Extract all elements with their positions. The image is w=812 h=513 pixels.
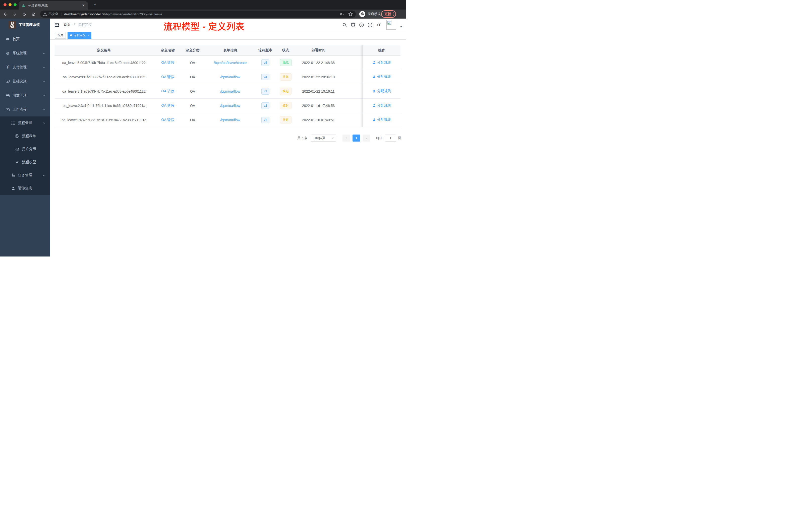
home-icon[interactable] <box>32 12 36 16</box>
annotation-title: 流程模型 - 定义列表 <box>164 21 244 32</box>
tag-process-definition[interactable]: 流程定义 × <box>67 32 91 39</box>
tab-close-icon[interactable]: ✕ <box>82 3 85 7</box>
assign-rule-button[interactable]: 分配规则 <box>372 89 391 93</box>
user-icon <box>372 75 376 79</box>
goto-page-input[interactable] <box>385 134 396 142</box>
sidebar-item-leave-query[interactable]: 请假查询 <box>0 182 50 195</box>
insecure-label[interactable]: 不安全 <box>49 12 58 16</box>
sidebar-item-system[interactable]: ⚙ 系统管理 <box>0 46 50 60</box>
tag-label: 首页 <box>57 33 63 37</box>
sidebar-item-process-model[interactable]: 流程模型 <box>0 156 50 169</box>
cell-definition-id: oa_leave:1:482ec033-762a-11ec-8477-a2380… <box>55 113 153 127</box>
form-link[interactable]: /bpm/oa/leave/create <box>214 61 247 65</box>
col-form-info: 表单信息 <box>203 46 258 56</box>
definition-name-link[interactable]: OA 请假 <box>161 103 174 108</box>
sidebar-item-workflow[interactable]: 工作流程 <box>0 102 50 117</box>
sidebar-item-infrastructure[interactable]: 基础设施 <box>0 74 50 88</box>
back-icon[interactable] <box>3 12 7 16</box>
github-icon[interactable] <box>350 22 355 27</box>
next-page-button[interactable]: › <box>362 134 370 142</box>
new-tab-button[interactable]: + <box>92 2 98 8</box>
page-unit-label: 页 <box>398 136 401 140</box>
browser-tab[interactable]: 芋道管理系统 ✕ <box>19 1 88 9</box>
form-link[interactable]: /bpm/oa/flow <box>220 104 240 108</box>
app-navbar: 首页 / 流程定义 流程模型 - 定义列表 ? TT <box>50 19 406 31</box>
chevron-up-icon <box>42 122 45 124</box>
table-row: oa_leave:3:1fad3d93-7b75-11ec-a3c8-acde4… <box>55 84 401 98</box>
definition-name-link[interactable]: OA 请假 <box>161 75 174 79</box>
table-row: oa_leave:1:482ec033-762a-11ec-8477-a2380… <box>55 113 401 127</box>
sidebar-item-devtools[interactable]: 研发工具 <box>0 88 50 102</box>
prev-page-button[interactable]: ‹ <box>343 134 350 142</box>
org-tree-icon <box>11 173 15 177</box>
list-tree-icon <box>11 121 15 125</box>
tag-close-icon[interactable]: × <box>87 34 89 37</box>
cell-deploy-time: 2022-01-16 01:40:51 <box>298 113 339 127</box>
update-label[interactable]: 更新 <box>384 12 391 16</box>
app-logo-rabbit <box>8 21 16 29</box>
broken-image-icon <box>387 21 392 25</box>
sidebar-item-process-form[interactable]: 流程表单 <box>0 129 50 143</box>
url-host[interactable]: dashboard.yudao.iocoder.cn <box>64 12 105 16</box>
insecure-warning-icon[interactable] <box>43 12 47 16</box>
kebab-menu-icon[interactable] <box>393 12 394 16</box>
caret-down-icon[interactable]: ▼ <box>400 25 403 28</box>
col-filler <box>339 46 363 56</box>
sidebar-item-task-management[interactable]: 任务管理 <box>0 169 50 182</box>
svg-text:?: ? <box>361 23 362 26</box>
definition-name-link[interactable]: OA 请假 <box>161 89 174 93</box>
form-link[interactable]: /bpm/oa/flow <box>220 89 240 93</box>
sidebar-item-label: 流程表单 <box>22 134 36 138</box>
form-link[interactable]: /bpm/oa/flow <box>220 75 240 79</box>
user-icon <box>372 89 376 93</box>
address-bar[interactable]: 不安全 | dashboard.yudao.iocoder.cn/bpm/man… <box>40 10 356 18</box>
font-size-icon[interactable]: TT <box>376 22 381 27</box>
avatar[interactable] <box>386 20 396 30</box>
minimize-window-button[interactable] <box>8 3 11 6</box>
app-title: 芋道管理系统 <box>19 23 40 27</box>
incognito-badge: 无痕模式 <box>358 10 384 18</box>
cell-category: OA <box>182 84 203 98</box>
version-badge: v4 <box>261 74 270 80</box>
assign-rule-button[interactable]: 分配规则 <box>372 60 391 65</box>
key-icon[interactable] <box>340 12 344 16</box>
sidebar-item-process-management[interactable]: 流程管理 <box>0 117 50 129</box>
sidebar-item-user-group[interactable]: 用户分组 <box>0 143 50 156</box>
sidebar-item-payment[interactable]: ¥ 支付管理 <box>0 60 50 74</box>
current-page-button[interactable]: 1 <box>352 134 360 142</box>
definition-name-link[interactable]: OA 请假 <box>161 60 174 64</box>
cell-category: OA <box>182 113 203 127</box>
cell-category: OA <box>182 98 203 113</box>
tag-home[interactable]: 首页 <box>55 32 66 39</box>
close-window-button[interactable] <box>3 3 6 6</box>
page-size-select[interactable]: 10条/页 <box>311 134 336 142</box>
active-dot <box>70 34 72 36</box>
fullscreen-icon[interactable] <box>368 22 373 27</box>
definition-name-link[interactable]: OA 请假 <box>161 118 174 122</box>
cell-definition-id: oa_leave:4:991f2193-7b7f-11ec-a3c8-acde4… <box>55 70 153 84</box>
assign-rule-button[interactable]: 分配规则 <box>372 103 391 108</box>
bookmark-star-icon[interactable] <box>348 12 353 16</box>
tag-label: 流程定义 <box>74 33 86 37</box>
table-row: oa_leave:2:3c1f0ef1-76b1-11ec-9c66-a2380… <box>55 98 401 113</box>
table-row: oa_leave:4:991f2193-7b7f-11ec-a3c8-acde4… <box>55 70 401 84</box>
col-definition-name: 定义名称 <box>153 46 182 56</box>
forward-icon[interactable] <box>12 12 17 16</box>
col-definition-id: 定义编号 <box>55 46 153 56</box>
hamburger-icon[interactable] <box>54 22 59 27</box>
zoom-window-button[interactable] <box>13 3 17 6</box>
breadcrumb-home[interactable]: 首页 <box>63 23 70 27</box>
assign-rule-button[interactable]: 分配规则 <box>372 74 391 79</box>
yen-icon: ¥ <box>5 65 10 69</box>
form-link[interactable]: /bpm/oa/flow <box>220 118 240 122</box>
url-path[interactable]: /bpm/manager/definition?key=oa_leave <box>105 12 162 16</box>
app-logo-row[interactable]: 芋道管理系统 <box>0 19 50 31</box>
reload-icon[interactable] <box>22 12 26 16</box>
search-icon[interactable] <box>342 22 347 27</box>
assign-rule-button[interactable]: 分配规则 <box>372 117 391 122</box>
help-icon[interactable]: ? <box>359 22 364 27</box>
sidebar-item-label: 支付管理 <box>12 65 27 69</box>
chrome-update-button[interactable]: 更新 <box>381 10 396 18</box>
sidebar-item-home[interactable]: 首页 <box>0 32 50 46</box>
sidebar: 芋道管理系统 首页 ⚙ 系统管理 ¥ 支付管理 <box>0 19 50 256</box>
